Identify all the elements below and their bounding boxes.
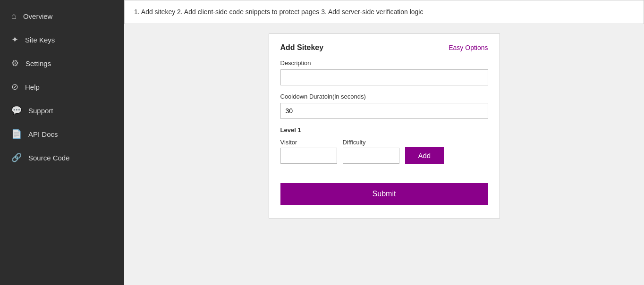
visitor-input[interactable] (280, 148, 337, 164)
add-level-button[interactable]: Add (405, 147, 444, 164)
form-container: Add Sitekey Easy Options Description Coo… (124, 24, 644, 285)
sidebar-item-label: Help (25, 83, 40, 91)
visitor-field: Visitor (280, 139, 337, 164)
sidebar: ⌂ Overview ✦ Site Keys ⚙ Settings ⊘ Help… (0, 0, 124, 285)
level-group: Level 1 Visitor Difficulty Add (280, 126, 488, 164)
source-code-icon: 🔗 (11, 152, 22, 163)
sidebar-item-label: Support (28, 107, 53, 115)
banner-text: 1. Add sitekey 2. Add client-side code s… (134, 8, 423, 16)
sidebar-item-help[interactable]: ⊘ Help (0, 75, 124, 99)
key-icon: ✦ (11, 34, 18, 45)
form-header: Add Sitekey Easy Options (280, 43, 488, 52)
difficulty-label: Difficulty (343, 139, 399, 146)
sidebar-item-source-code[interactable]: 🔗 Source Code (0, 146, 124, 169)
sidebar-item-settings[interactable]: ⚙ Settings (0, 51, 124, 75)
difficulty-field: Difficulty (343, 139, 399, 164)
sidebar-item-overview[interactable]: ⌂ Overview (0, 5, 124, 28)
level-row: Visitor Difficulty Add (280, 138, 488, 164)
add-sitekey-card: Add Sitekey Easy Options Description Coo… (269, 34, 500, 218)
steps-banner: 1. Add sitekey 2. Add client-side code s… (124, 0, 644, 24)
form-title: Add Sitekey (280, 43, 324, 52)
cooldown-group: Cooldown Duratoin(in seconds) (280, 93, 488, 119)
sidebar-item-label: API Docs (28, 130, 58, 138)
home-icon: ⌂ (11, 11, 17, 21)
description-group: Description (280, 59, 488, 85)
help-icon: ⊘ (11, 82, 18, 92)
cooldown-input[interactable] (280, 103, 488, 119)
docs-icon: 📄 (11, 129, 22, 139)
visitor-label: Visitor (280, 139, 337, 146)
sidebar-item-label: Site Keys (25, 36, 55, 44)
level-label: Level 1 (280, 126, 488, 134)
sidebar-item-site-keys[interactable]: ✦ Site Keys (0, 28, 124, 51)
sidebar-item-label: Settings (25, 59, 51, 67)
difficulty-input[interactable] (343, 148, 399, 164)
sidebar-item-label: Source Code (28, 154, 70, 162)
cooldown-label: Cooldown Duratoin(in seconds) (280, 93, 488, 100)
support-icon: 💬 (11, 105, 22, 116)
easy-options-link[interactable]: Easy Options (449, 44, 488, 51)
sidebar-item-support[interactable]: 💬 Support (0, 99, 124, 122)
sidebar-item-label: Overview (23, 12, 53, 20)
main-content: 1. Add sitekey 2. Add client-side code s… (124, 0, 644, 285)
description-input[interactable] (280, 69, 488, 85)
submit-button[interactable]: Submit (280, 183, 488, 205)
description-label: Description (280, 59, 488, 67)
settings-icon: ⚙ (11, 58, 19, 68)
sidebar-item-api-docs[interactable]: 📄 API Docs (0, 122, 124, 146)
